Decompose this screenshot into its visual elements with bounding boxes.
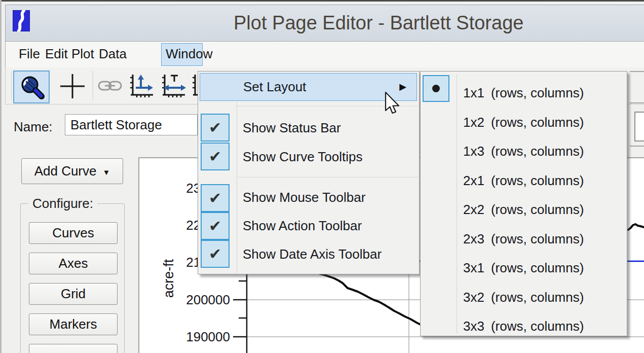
window-left-edge — [0, 0, 2, 353]
menu-plot[interactable]: Plot — [67, 43, 98, 65]
check-icon: ✔ — [209, 148, 221, 165]
mouse-cursor — [384, 91, 406, 117]
toolbar-separator — [93, 71, 94, 100]
menu-window[interactable]: Window — [161, 43, 203, 66]
right-fragment-field — [634, 112, 644, 142]
magnifier-icon — [18, 74, 45, 100]
check-icon: ✔ — [209, 217, 221, 235]
axes-scale-icon — [129, 74, 154, 98]
checkbox-show-mouse-toolbar[interactable]: ✔ — [201, 184, 230, 212]
set-layout-label: Set Layout — [243, 74, 306, 100]
checkbox-show-curve-tooltips[interactable]: ✔ — [201, 143, 230, 170]
plot-page-editor-window: Plot Page Editor - Bartlett Storage File… — [0, 0, 644, 353]
y-tick-label: 200000 — [172, 292, 230, 307]
menu-file[interactable]: File — [15, 43, 44, 65]
crosshair-tool-button[interactable] — [55, 70, 90, 101]
submenu-item-1x3[interactable]: 1x3(rows, columns) — [463, 142, 584, 160]
submenu-item-3x3[interactable]: 3x3(rows, columns) — [463, 317, 584, 335]
set-layout-submenu: 1x1(rows, columns) 1x2(rows, columns) 1x… — [420, 71, 627, 336]
submenu-item-2x2[interactable]: 2x2(rows, columns) — [463, 200, 584, 219]
checkbox-show-action-toolbar[interactable]: ✔ — [201, 212, 230, 240]
submenu-item-1x2[interactable]: 1x2(rows, columns) — [463, 113, 584, 131]
submenu-item-1x1[interactable]: 1x1(rows, columns) — [463, 84, 584, 102]
window-title: Plot Page Editor - Bartlett Storage — [234, 12, 523, 34]
add-curve-button[interactable]: Add Curve ▼ — [21, 158, 123, 184]
submenu-item-3x1[interactable]: 3x1(rows, columns) — [463, 259, 584, 277]
checkbox-show-status-bar[interactable]: ✔ — [201, 114, 230, 142]
radio-dot-icon — [432, 85, 440, 92]
menu-item-show-curve-tooltips[interactable]: Show Curve Tooltips — [243, 148, 363, 166]
check-icon: ✔ — [209, 245, 221, 263]
name-label: Name: — [14, 119, 53, 135]
y-tick-label: 190000 — [172, 329, 230, 344]
menu-item-show-mouse-toolbar[interactable]: Show Mouse Toolbar — [243, 188, 365, 206]
y-axis-title: acre-ft — [161, 248, 176, 309]
configure-markers-button[interactable]: Markers — [29, 313, 118, 335]
right-fragment-line — [630, 146, 644, 147]
check-icon: ✔ — [209, 119, 221, 136]
submenu-item-2x3[interactable]: 2x3(rows, columns) — [463, 230, 584, 248]
checkbox-show-date-axis-toolbar[interactable]: ✔ — [201, 240, 230, 268]
scale-both-axes-button[interactable] — [127, 73, 156, 99]
menu-item-show-status-bar[interactable]: Show Status Bar — [243, 119, 341, 137]
name-input[interactable] — [65, 114, 198, 135]
menu-item-show-action-toolbar[interactable]: Show Action Toolbar — [243, 217, 362, 235]
time-axis-scale-icon — [161, 74, 186, 98]
configure-partial-button[interactable] — [29, 344, 118, 353]
add-curve-label: Add Curve — [34, 163, 97, 179]
link-icon — [98, 79, 122, 92]
scale-time-axis-button[interactable] — [159, 73, 187, 99]
menu-item-show-date-axis-toolbar[interactable]: Show Date Axis Toolbar — [243, 245, 382, 263]
configure-curves-button[interactable]: Curves — [29, 222, 118, 244]
submenu-column-divider — [457, 74, 457, 333]
right-fragment-line — [630, 71, 644, 72]
configure-group-label: Configure: — [28, 196, 97, 211]
check-icon: ✔ — [209, 189, 221, 207]
menu-bar: File Edit Plot Data Window — [5, 41, 644, 68]
configure-grid-button[interactable]: Grid — [29, 283, 118, 305]
zoom-tool-button[interactable] — [13, 70, 50, 103]
title-bar: Plot Page Editor - Bartlett Storage — [5, 5, 644, 42]
right-fragment-line — [630, 102, 644, 103]
dropdown-arrow-icon: ▼ — [102, 168, 110, 176]
menu-data[interactable]: Data — [95, 43, 131, 65]
submenu-item-2x1[interactable]: 2x1(rows, columns) — [463, 171, 584, 190]
radio-selected-layout[interactable] — [423, 75, 449, 102]
menu-column-divider — [237, 102, 237, 273]
window-top-edge — [0, 0, 644, 2]
toolbar-handle — [11, 71, 12, 100]
link-axes-button[interactable] — [96, 77, 124, 95]
menu-separator — [238, 177, 418, 178]
riverware-logo-icon — [13, 10, 30, 31]
crosshair-icon — [59, 73, 86, 99]
configure-axes-button[interactable]: Axes — [29, 253, 118, 274]
submenu-item-3x2[interactable]: 3x2(rows, columns) — [463, 288, 584, 306]
